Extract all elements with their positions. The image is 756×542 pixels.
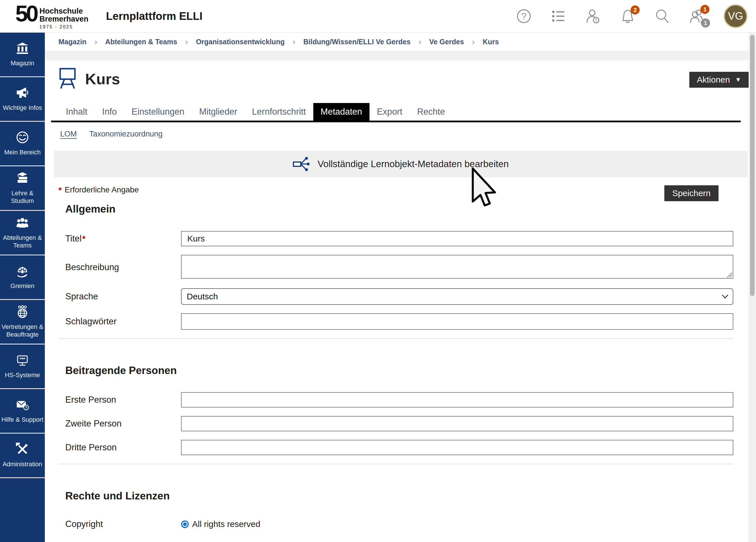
beschreibung-textarea[interactable] — [181, 255, 733, 279]
mail-question-icon: ? — [16, 398, 29, 412]
form-row-titel: Titel* — [58, 231, 733, 246]
form-row-zweite-person: Zweite Person — [58, 416, 733, 431]
page-scrollbar[interactable] — [749, 33, 756, 542]
radio-selected-icon[interactable] — [181, 520, 189, 528]
sprache-select[interactable]: Deutsch — [181, 288, 733, 305]
sidebar-item-label: Administration — [3, 460, 42, 468]
sidebar-item-label: Wichtige Infos — [3, 104, 42, 112]
tab-einstellungen[interactable]: Einstellungen — [124, 103, 192, 121]
help-icon[interactable]: ? — [516, 8, 532, 24]
copyright-radio-option[interactable]: All rights reserved — [181, 519, 260, 529]
notifications-badge: 2 — [631, 5, 640, 14]
banner-label: Vollständige Lernobjekt-Metadaten bearbe… — [318, 159, 509, 169]
tab-mitglieder[interactable]: Mitglieder — [192, 103, 245, 121]
subtab-bar: LOM Taxonomiezuordnung — [58, 128, 733, 140]
committee-hand-icon — [16, 264, 29, 279]
contacts-icon[interactable]: 1 1 — [689, 8, 705, 24]
copyright-label: Copyright — [65, 519, 181, 529]
share-nodes-icon — [293, 156, 310, 172]
megaphone-icon — [16, 86, 29, 100]
sidebar-item-abteilungen-teams[interactable]: Abteilungen & Teams — [0, 211, 45, 255]
subtab-lom[interactable]: LOM — [60, 130, 77, 138]
university-logo[interactable]: 50 Hochschule Bremerhaven 1975 - 2025 — [15, 3, 89, 30]
form-row-beschreibung: Beschreibung — [58, 255, 733, 280]
tools-icon — [16, 443, 29, 457]
tab-bar: Inhalt Info Einstellungen Mitglieder Ler… — [58, 103, 733, 121]
erste-person-input[interactable] — [181, 392, 733, 407]
tab-export[interactable]: Export — [369, 103, 410, 121]
schlagwoerter-input[interactable] — [181, 313, 733, 330]
sidebar-item-hs-systeme[interactable]: *** HS-Systeme — [0, 344, 45, 389]
course-board-icon — [58, 67, 77, 91]
actions-button[interactable]: Aktionen ▼ — [689, 72, 749, 88]
sidebar-item-label: Mein Bereich — [4, 148, 41, 156]
titel-required-marker: * — [82, 234, 85, 243]
tab-inhalt[interactable]: Inhalt — [58, 103, 95, 121]
user-status-icon[interactable]: ! — [585, 8, 601, 24]
tab-lernfortschritt[interactable]: Lernfortschritt — [245, 103, 313, 121]
form-row-copyright: Copyright All rights reserved — [58, 519, 733, 529]
breadcrumb-item[interactable]: Magazin — [58, 38, 87, 46]
section-divider — [58, 338, 733, 339]
titel-input[interactable] — [181, 231, 733, 246]
form-row-schlagwoerter: Schlagwörter — [58, 313, 733, 330]
section-title-rechte: Rechte und Lizenzen — [65, 490, 733, 502]
header-actions: ? ! 2 1 1 VG — [516, 4, 747, 28]
required-marker: * — [58, 185, 62, 195]
sidebar-item-label: Gremien — [11, 282, 34, 290]
breadcrumb-item[interactable]: Bildung/Wissen/ELLI Ve Gerdes — [303, 38, 411, 46]
logo-50: 50 — [15, 3, 37, 24]
sidebar-item-vertretungen[interactable]: Vertretungen & Beauftragte — [0, 300, 45, 344]
breadcrumb-item[interactable]: Organisationsentwicklung — [196, 38, 285, 46]
tab-info[interactable]: Info — [95, 103, 124, 121]
required-note: Erforderliche Angabe — [65, 185, 139, 194]
section-divider — [58, 464, 733, 464]
search-icon[interactable] — [654, 8, 670, 24]
user-avatar[interactable]: VG — [724, 4, 747, 28]
chevron-right-icon: › — [293, 37, 295, 47]
erste-person-label: Erste Person — [65, 395, 181, 405]
logo-line1: Hochschule — [39, 7, 89, 15]
sidebar-item-label: Hilfe & Support — [1, 416, 43, 424]
tab-rechte[interactable]: Rechte — [410, 103, 452, 121]
sidebar-item-gremien[interactable]: Gremien — [0, 255, 45, 300]
sidebar-item-administration[interactable]: Administration — [0, 434, 45, 478]
sidebar-item-label: Abteilungen & Teams — [1, 234, 43, 249]
actions-button-label: Aktionen — [697, 75, 730, 85]
toc-list-icon[interactable] — [551, 8, 566, 24]
zweite-person-input[interactable] — [181, 416, 733, 431]
smiley-icon — [16, 131, 29, 145]
main-content: Magazin › Abteilungen & Teams › Organisa… — [45, 33, 749, 542]
sidebar-item-magazin[interactable]: Magazin — [0, 33, 45, 77]
breadcrumb: Magazin › Abteilungen & Teams › Organisa… — [45, 33, 749, 51]
svg-text:***: *** — [20, 357, 25, 362]
breadcrumb-item[interactable]: Ve Gerdes — [429, 38, 464, 46]
sidebar-item-wichtige-infos[interactable]: Wichtige Infos — [0, 77, 45, 122]
form-row-dritte-person: Dritte Person — [58, 440, 733, 455]
zweite-person-label: Zweite Person — [65, 419, 181, 429]
subtab-taxonomiezuordnung[interactable]: Taxonomiezuordnung — [89, 130, 163, 138]
edit-full-metadata-banner[interactable]: Vollständige Lernobjekt-Metadaten bearbe… — [54, 151, 747, 177]
breadcrumb-item[interactable]: Abteilungen & Teams — [105, 38, 177, 46]
sidebar-item-hilfe-support[interactable]: ? Hilfe & Support — [0, 389, 45, 434]
monitor-icon: *** — [16, 354, 29, 368]
svg-text:?: ? — [521, 11, 526, 22]
save-button[interactable]: Speichern — [664, 185, 719, 201]
svg-text:?: ? — [25, 406, 27, 410]
titel-label: Titel* — [65, 234, 181, 244]
sidebar-item-lehre-studium[interactable]: Lehre & Studium — [0, 166, 45, 211]
page-header: Kurs Aktionen ▼ — [58, 66, 733, 92]
chevron-right-icon: › — [95, 37, 97, 47]
dritte-person-input[interactable] — [181, 440, 733, 455]
section-title-allgemein: Allgemein — [65, 203, 733, 215]
sidebar-item-mein-bereich[interactable]: Mein Bereich — [0, 122, 45, 166]
form-row-sprache: Sprache Deutsch — [58, 288, 733, 305]
breadcrumb-item[interactable]: Kurs — [483, 38, 499, 46]
bank-icon — [16, 42, 29, 56]
notifications-bell-icon[interactable]: 2 — [620, 8, 636, 24]
tab-metadaten[interactable]: Metadaten — [313, 103, 370, 121]
copyright-option-label: All rights reserved — [192, 519, 260, 529]
scrollbar-thumb[interactable] — [750, 35, 755, 296]
sidebar-item-label: Vertretungen & Beauftragte — [1, 323, 43, 339]
form-row-erste-person: Erste Person — [58, 392, 733, 407]
